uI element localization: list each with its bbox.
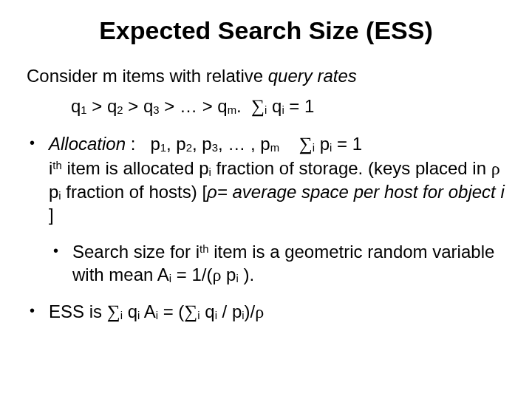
alloc-l2c: fraction of storage. (keys placed in <box>211 158 491 178</box>
sigma-3: ∑ <box>107 301 120 321</box>
bullet-ess: • ESS is ∑i qi Ai = (∑i qi / pi)/ρ <box>30 300 505 324</box>
p2-sub: 2 <box>186 142 192 154</box>
qi: q <box>267 96 282 116</box>
eq2: = 1 <box>332 134 362 154</box>
p3: , p <box>192 134 212 154</box>
sub-2: 2 <box>117 104 123 116</box>
rho-1: ρ <box>491 159 500 178</box>
intro-line: Consider m items with relative query rat… <box>27 64 505 87</box>
rho-3: ρ <box>255 302 264 321</box>
rho-2: ρ <box>212 265 221 284</box>
bullet-search-size: • Search size for ith item is a geometri… <box>53 240 505 287</box>
ess-g: )/ <box>245 301 256 321</box>
ess-c: A <box>140 301 155 321</box>
p3-sub: 3 <box>212 142 218 154</box>
eq1: = 1 <box>284 96 315 116</box>
rel1: > q <box>87 96 117 116</box>
ss-a: Search size for i <box>72 242 200 262</box>
alloc-l2f: ρ= average space per host for object i <box>207 182 505 202</box>
pi: p <box>315 134 330 154</box>
slide-title: Expected Search Size (ESS) <box>27 16 505 45</box>
ss-c: = 1/( <box>171 265 212 284</box>
bullet-allocation-text: Allocation : p1, p2, p3, … , pm ∑i pi = … <box>49 132 505 227</box>
p2: , p <box>166 134 186 154</box>
ss-d: p <box>221 265 236 284</box>
ess-b: q <box>123 301 137 321</box>
dot-end: . <box>236 96 246 116</box>
alloc-l2d: p <box>49 182 58 202</box>
ess-f: / p <box>217 301 242 321</box>
alloc-l2e: fraction of hosts) [ <box>61 182 207 202</box>
ess-e: q <box>200 301 215 321</box>
sigma-4: ∑ <box>184 301 197 321</box>
sub-1: 1 <box>81 104 86 116</box>
bullet-allocation: • Allocation : p1, p2, p3, … , pm ∑i pi … <box>30 132 505 227</box>
bullet-dot: • <box>30 132 49 153</box>
slide: Expected Search Size (ESS) Consider m it… <box>0 0 532 399</box>
alloc-l2b: item is allocated p <box>62 158 209 178</box>
ess-a: ESS is <box>49 301 107 321</box>
sub-3: 3 <box>153 104 159 116</box>
ith-sup: th <box>52 159 61 171</box>
ess-d: = ( <box>158 301 184 321</box>
alloc-colon: : p <box>126 134 160 154</box>
ss-e: ). <box>239 265 254 284</box>
bullet-dot-2: • <box>53 240 72 261</box>
intro-italic: query rates <box>268 66 357 86</box>
alloc-l2g: ] <box>49 205 54 225</box>
sigma-1: ∑ <box>251 96 265 116</box>
pm-sub: m <box>270 142 279 154</box>
ss-sup: th <box>200 242 208 254</box>
search-size-text: Search size for ith item is a geometric … <box>72 240 505 287</box>
allocation-label: Allocation <box>49 134 126 154</box>
bullet-dot-3: • <box>30 300 49 321</box>
rel2: > q <box>123 96 154 116</box>
p-dots: , … , p <box>218 134 270 154</box>
q1: q <box>71 96 81 116</box>
p1-sub: 1 <box>160 142 166 154</box>
rel-dots: > … > q <box>160 96 228 116</box>
sigma-2: ∑ <box>299 134 313 154</box>
intro-text: Consider m items with relative <box>27 66 268 86</box>
sub-m: m <box>228 104 236 116</box>
ess-text: ESS is ∑i qi Ai = (∑i qi / pi)/ρ <box>49 300 264 324</box>
query-rates-line: q1 > q2 > q3 > … > qm. ∑i qi = 1 <box>71 95 505 119</box>
